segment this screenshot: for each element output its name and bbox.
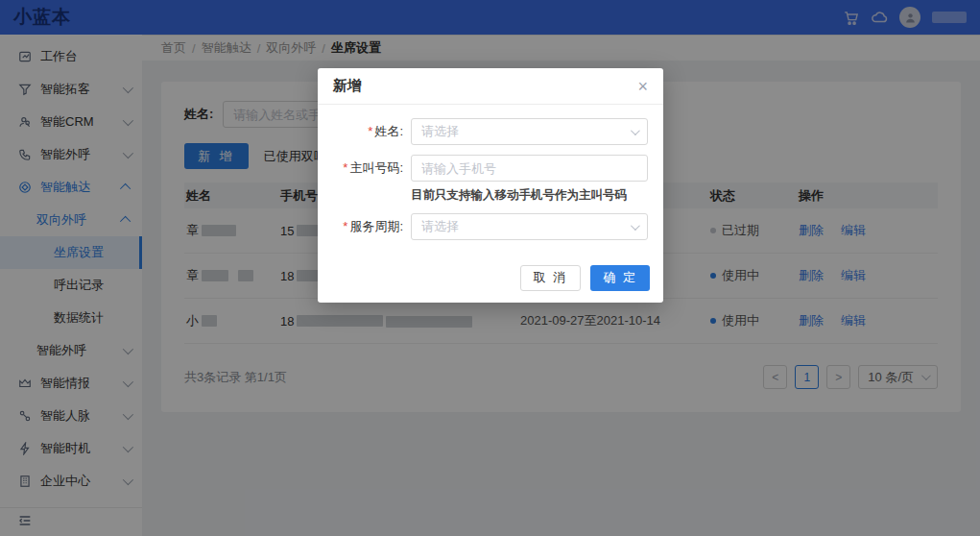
confirm-button[interactable]: 确 定	[590, 265, 650, 291]
modal-title: 新增	[333, 77, 362, 95]
close-icon[interactable]: ×	[637, 78, 648, 95]
period-field-label: *服务周期:	[318, 218, 411, 235]
name-select[interactable]: 请选择	[411, 118, 648, 145]
name-field-label: *姓名:	[318, 123, 411, 140]
cancel-button[interactable]: 取 消	[520, 265, 582, 291]
modal-body: *姓名: 请选择 *主叫号码: 目前只支持输入移动手机号作为主叫号码 *服务周期…	[318, 105, 663, 253]
caller-field-row: *主叫号码:	[318, 155, 648, 182]
name-select-placeholder: 请选择	[421, 123, 631, 140]
required-mark: *	[343, 160, 347, 175]
add-seat-modal: 新增 × *姓名: 请选择 *主叫号码: 目前只支持输入移动手机号作为主叫号码 …	[318, 68, 663, 303]
period-field-row: *服务周期: 请选择	[318, 213, 648, 240]
period-select-placeholder: 请选择	[421, 218, 631, 235]
required-mark: *	[368, 124, 372, 138]
caller-field-label: *主叫号码:	[318, 159, 411, 177]
period-select[interactable]: 请选择	[411, 213, 648, 240]
app-root: 小蓝本 工作台 智能拓客	[0, 0, 980, 536]
caller-number-input[interactable]	[411, 155, 648, 182]
modal-header: 新增 ×	[318, 68, 663, 105]
required-mark: *	[343, 219, 347, 233]
chevron-down-icon	[631, 126, 640, 135]
caller-field-hint: 目前只支持输入移动手机号作为主叫号码	[411, 187, 648, 204]
chevron-down-icon	[631, 221, 640, 231]
modal-footer: 取 消 确 定	[318, 253, 663, 303]
name-field-row: *姓名: 请选择	[318, 118, 648, 145]
